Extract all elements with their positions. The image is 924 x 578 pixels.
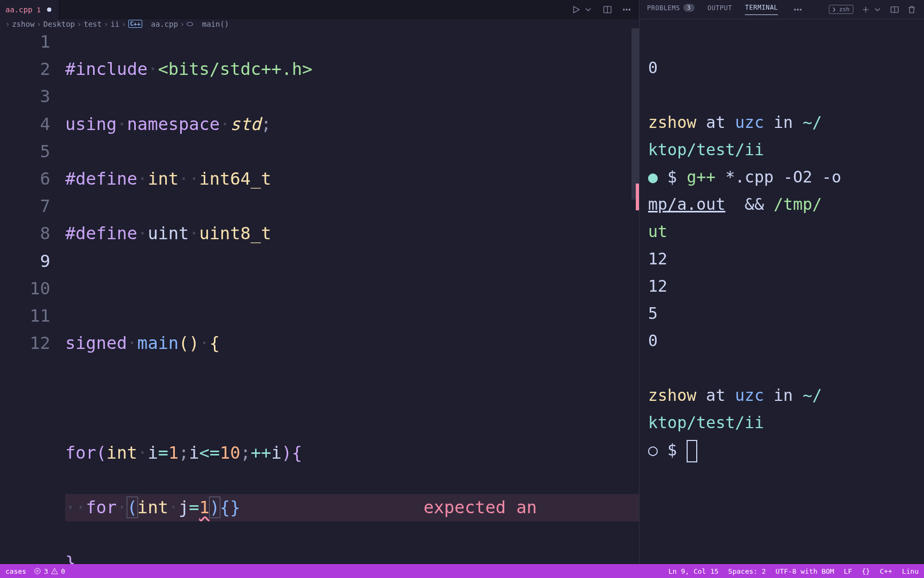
editor-tab-actions bbox=[572, 5, 639, 14]
editor-pane: aa.cpp 1 › zshow bbox=[0, 0, 639, 564]
terminal-content[interactable]: 0 zshow at uzc in ~/ ktop/test/ii ● $ g+… bbox=[640, 19, 924, 564]
breadcrumb-symbol: main() bbox=[202, 20, 229, 28]
breadcrumb-item[interactable]: ii bbox=[111, 20, 120, 28]
breadcrumb-item[interactable]: ⬭ main() bbox=[187, 19, 229, 28]
breadcrumb-file: aa.cpp bbox=[151, 20, 178, 28]
trash-icon[interactable] bbox=[907, 5, 917, 14]
problems-count-badge: 3 bbox=[683, 4, 695, 12]
breadcrumb-item[interactable]: zshow bbox=[12, 20, 34, 28]
breadcrumb-item[interactable]: test bbox=[83, 20, 102, 28]
status-os[interactable]: Linu bbox=[902, 567, 919, 575]
status-cursor-position[interactable]: Ln 9, Col 15 bbox=[668, 567, 719, 575]
svg-point-3 bbox=[629, 9, 630, 10]
breadcrumb[interactable]: › zshow › Desktop › test › ii › C++ aa.c… bbox=[0, 19, 639, 28]
chevron-down-icon[interactable] bbox=[583, 5, 593, 14]
cpp-file-icon: C++ bbox=[128, 20, 142, 28]
breadcrumb-item[interactable]: C++ aa.cpp bbox=[128, 20, 178, 28]
panel: PROBLEMS 3 OUTPUT TERMINAL ❯ zsh 0 zshow… bbox=[639, 0, 924, 564]
svg-point-5 bbox=[797, 9, 798, 10]
vertical-scrollbar[interactable] bbox=[632, 28, 639, 200]
chevron-right-icon: › bbox=[122, 20, 126, 28]
tab-dirty-indicator bbox=[47, 7, 51, 12]
more-icon[interactable] bbox=[622, 5, 632, 14]
code-content[interactable]: #include·<bits/stdc++.h> using·namespace… bbox=[65, 28, 639, 564]
terminal-shell-selector[interactable]: ❯ zsh bbox=[829, 5, 854, 14]
line-gutter: 123456789101112 bbox=[0, 28, 65, 564]
editor-tab-aa[interactable]: aa.cpp 1 bbox=[0, 0, 59, 19]
new-terminal-icon[interactable] bbox=[861, 5, 871, 14]
status-problems[interactable]: 3 0 bbox=[34, 567, 65, 575]
more-icon[interactable] bbox=[793, 5, 803, 14]
chevron-right-icon: › bbox=[180, 20, 184, 28]
tab-problems[interactable]: PROBLEMS 3 bbox=[647, 4, 695, 15]
chevron-right-icon: › bbox=[5, 20, 10, 28]
overview-ruler-error[interactable] bbox=[636, 184, 639, 210]
tab-filename: aa.cpp bbox=[5, 5, 33, 14]
status-braces[interactable]: {} bbox=[862, 567, 871, 575]
terminal-icon: ❯ bbox=[833, 6, 836, 13]
svg-point-4 bbox=[795, 9, 796, 10]
status-language[interactable]: C++ bbox=[880, 567, 892, 575]
status-indentation[interactable]: Spaces: 2 bbox=[728, 567, 766, 575]
status-eol[interactable]: LF bbox=[844, 567, 852, 575]
breadcrumb-item[interactable]: Desktop bbox=[43, 20, 75, 28]
svg-point-1 bbox=[623, 9, 625, 10]
code-editor[interactable]: 123456789101112 #include·<bits/stdc++.h>… bbox=[0, 28, 639, 564]
chevron-right-icon: › bbox=[104, 20, 108, 28]
tab-error-badge: 1 bbox=[37, 6, 41, 14]
split-editor-icon[interactable] bbox=[603, 5, 612, 14]
split-terminal-icon[interactable] bbox=[890, 5, 899, 14]
terminal-cursor bbox=[687, 440, 697, 462]
chevron-right-icon: › bbox=[37, 20, 41, 28]
status-bar: cases 3 0 Ln 9, Col 15 Spaces: 2 UTF-8 w… bbox=[0, 564, 924, 578]
editor-tab-bar: aa.cpp 1 bbox=[0, 0, 639, 19]
status-cases[interactable]: cases bbox=[5, 567, 26, 575]
tab-output[interactable]: OUTPUT bbox=[707, 4, 732, 15]
status-encoding[interactable]: UTF-8 with BOM bbox=[775, 567, 834, 575]
svg-point-6 bbox=[800, 9, 801, 10]
function-icon: ⬭ bbox=[187, 19, 193, 28]
svg-point-2 bbox=[626, 9, 627, 10]
inline-error-message: expected an bbox=[424, 494, 537, 521]
tab-terminal[interactable]: TERMINAL bbox=[745, 4, 778, 15]
run-icon[interactable] bbox=[572, 5, 581, 14]
chevron-right-icon: › bbox=[77, 20, 81, 28]
chevron-down-icon[interactable] bbox=[873, 5, 882, 14]
panel-tab-bar: PROBLEMS 3 OUTPUT TERMINAL ❯ zsh bbox=[640, 0, 924, 19]
